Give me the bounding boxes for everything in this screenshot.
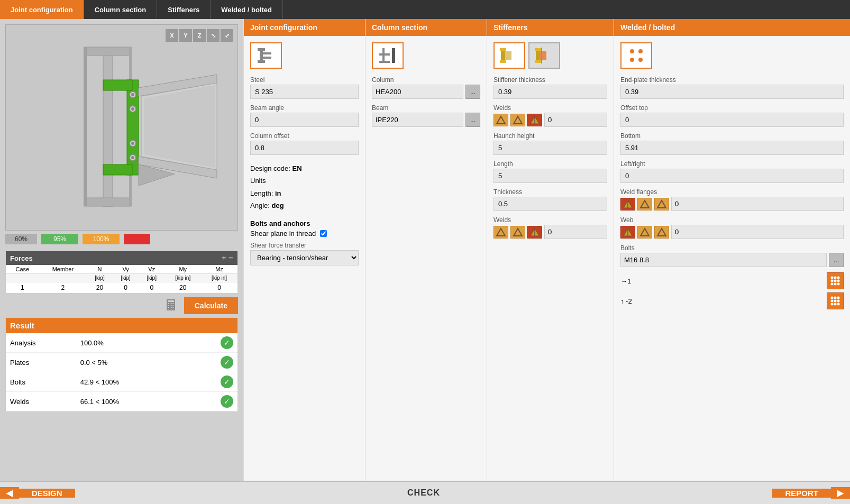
weld-icon-3[interactable] — [527, 114, 542, 126]
view-z-btn[interactable]: Z — [193, 29, 206, 42]
bottom-value[interactable]: 5.91 — [620, 141, 844, 155]
stiffener-thickness-value[interactable]: 0.39 — [493, 85, 607, 99]
weld-flanges-value[interactable]: 0 — [671, 197, 844, 211]
weld-icon-1[interactable] — [493, 114, 508, 126]
beam-value[interactable]: IPE220 — [372, 113, 463, 127]
offset-top-value[interactable]: 0 — [620, 113, 844, 127]
col-mz-unit: [kip in] — [201, 274, 237, 282]
thickness-value[interactable]: 0.5 — [493, 197, 607, 211]
table-cell: 20 — [87, 282, 113, 294]
view-x-btn[interactable]: X — [166, 29, 178, 42]
bolt-grid-icon-2[interactable] — [827, 292, 844, 309]
weld-icon-b1[interactable] — [493, 226, 508, 239]
column-value[interactable]: HEA200 — [372, 85, 463, 99]
column-icon-1[interactable] — [372, 42, 404, 69]
tab-stiffeners[interactable]: Stiffeners — [157, 0, 211, 19]
table-cell: 2 — [39, 282, 87, 294]
length-label: Length: — [250, 189, 273, 197]
left-right-group: Left/right 0 — [620, 160, 844, 183]
weld-flange-icon-3[interactable] — [654, 198, 669, 210]
beam-angle-group: Beam angle 0 — [250, 104, 359, 127]
left-right-value[interactable]: 0 — [620, 169, 844, 183]
svg-point-72 — [837, 297, 840, 299]
svg-point-76 — [831, 303, 834, 306]
welds-top-group: Welds 0 — [493, 104, 607, 127]
view-expand-btn[interactable]: ⤢ — [221, 29, 233, 42]
beam-angle-label: Beam angle — [250, 104, 359, 112]
bolt-arrow2-row: ↑ -2 — [620, 292, 844, 309]
panel-content-column: Column HEA200 ... Beam IPE220 ... — [365, 36, 487, 481]
column-field-group: Column HEA200 ... — [372, 76, 480, 99]
weld-flanges-label: Weld flanges — [620, 188, 844, 196]
bottom-right-arrow[interactable]: ▶ — [831, 487, 850, 499]
tab-column-section[interactable]: Column section — [84, 0, 158, 19]
svg-rect-2 — [85, 47, 131, 56]
column-offset-value[interactable]: 0.8 — [250, 141, 359, 155]
joint-icon-1[interactable] — [250, 42, 282, 69]
result-value: 0.0 < 5% — [80, 359, 221, 366]
bottom-bar: ◀ DESIGN CHECK REPORT ▶ — [0, 481, 850, 504]
shear-plane-checkbox[interactable] — [320, 230, 327, 237]
weld-icon-b2[interactable] — [510, 226, 525, 239]
svg-point-66 — [837, 280, 840, 282]
stiffener-icon-2[interactable] — [528, 42, 560, 69]
svg-rect-34 — [500, 60, 506, 63]
bolts-browse-btn[interactable]: ... — [829, 253, 844, 267]
bolts-anchors-label: Bolts and anchors — [250, 219, 359, 227]
bolt-grid-icon-1[interactable] — [827, 272, 844, 289]
web-value[interactable]: 0 — [671, 225, 844, 239]
col-member: Member — [39, 265, 87, 274]
report-button[interactable]: REPORT — [772, 489, 831, 498]
column-offset-label: Column offset — [250, 132, 359, 140]
forces-add-btn[interactable]: + — [222, 253, 226, 263]
design-button[interactable]: DESIGN — [19, 489, 75, 498]
svg-rect-29 — [379, 61, 390, 63]
welds-bottom-value[interactable]: 0 — [544, 225, 607, 239]
beam-angle-value[interactable]: 0 — [250, 113, 359, 127]
units-angle-row: Angle: deg — [250, 199, 359, 212]
panel-header-welded: Welded / bolted — [614, 19, 850, 36]
forces-table: Case Member N Vy Vz My Mz [kip] [kip] [k… — [6, 265, 237, 293]
view-y-btn[interactable]: Y — [179, 29, 192, 42]
tab-welded-bolted[interactable]: Welded / bolted — [211, 0, 283, 19]
result-label: Welds — [10, 398, 80, 406]
view-fit-btn[interactable]: ⤡ — [207, 29, 220, 42]
svg-marker-18 — [144, 85, 215, 168]
weld-flange-icon-1[interactable] — [620, 198, 635, 210]
bolts-wb-value[interactable]: M16 8.8 — [620, 253, 827, 267]
bottom-left-arrow[interactable]: ◀ — [0, 487, 19, 499]
weld-flanges-group: Weld flanges — [620, 188, 844, 211]
weld-icons-top — [493, 113, 542, 127]
beam-field-group: Beam IPE220 ... — [372, 104, 480, 127]
shear-plane-label: Shear plane in thread — [250, 230, 316, 237]
end-plate-thickness-value[interactable]: 0.39 — [620, 85, 844, 99]
web-group: Web 0 — [620, 216, 844, 239]
forces-remove-btn[interactable]: − — [229, 253, 233, 263]
web-weld-icon-3[interactable] — [654, 226, 669, 239]
column-offset-group: Column offset 0.8 — [250, 132, 359, 155]
welds-bottom-row: 0 — [493, 225, 607, 239]
weld-icon-2[interactable] — [510, 114, 525, 126]
welded-icon-1[interactable] — [620, 42, 652, 69]
result-row: Analysis100.0%✓ — [6, 333, 237, 353]
shear-force-select[interactable]: Bearing - tension/shear Friction — [250, 250, 359, 265]
svg-point-73 — [831, 300, 834, 303]
panel-content-welded: End-plate thickness 0.39 Offset top 0 Bo… — [614, 36, 850, 481]
weld-icon-b3[interactable] — [527, 226, 542, 239]
web-weld-icon-1[interactable] — [620, 226, 635, 239]
column-browse-btn[interactable]: ... — [465, 85, 480, 99]
beam-browse-btn[interactable]: ... — [465, 113, 480, 127]
haunch-height-value[interactable]: 5 — [493, 141, 607, 155]
table-cell: 0 — [113, 282, 139, 294]
design-code-label: Design code: — [250, 164, 290, 172]
calculate-button[interactable]: Calculate — [184, 297, 238, 314]
weld-flange-icon-2[interactable] — [637, 198, 652, 210]
welds-top-value[interactable]: 0 — [544, 113, 607, 127]
check-label: CHECK — [407, 488, 440, 498]
svg-marker-19 — [103, 80, 132, 90]
tab-joint-configuration[interactable]: Joint configuration — [0, 0, 84, 19]
stiffener-icon-1[interactable] — [493, 42, 525, 69]
web-weld-icon-2[interactable] — [637, 226, 652, 239]
left-right-label: Left/right — [620, 160, 844, 168]
stiffener-length-value[interactable]: 5 — [493, 169, 607, 183]
